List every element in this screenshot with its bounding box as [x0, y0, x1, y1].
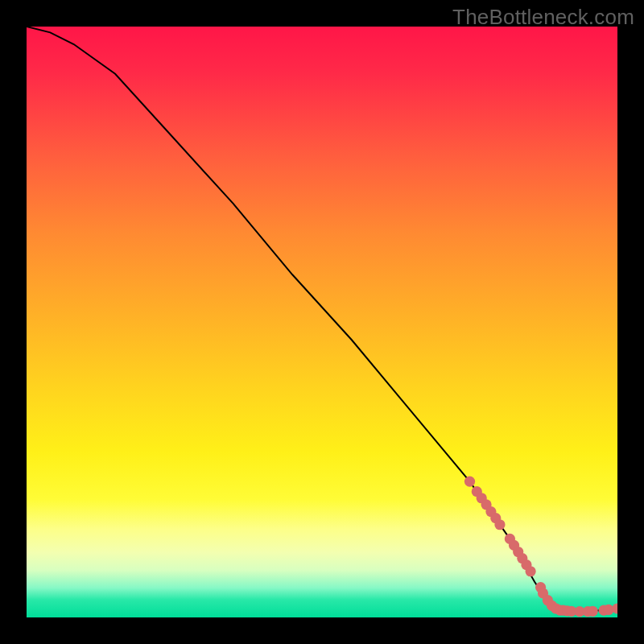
chart-scatter-points — [464, 477, 617, 617]
scatter-point — [464, 477, 475, 487]
chart-curve — [27, 27, 617, 612]
chart-plot-area — [27, 27, 617, 617]
scatter-point — [494, 519, 505, 530]
scatter-point — [588, 606, 598, 617]
watermark-text: TheBottleneck.com — [452, 5, 634, 30]
scatter-point — [525, 566, 535, 576]
chart-svg — [27, 27, 617, 617]
